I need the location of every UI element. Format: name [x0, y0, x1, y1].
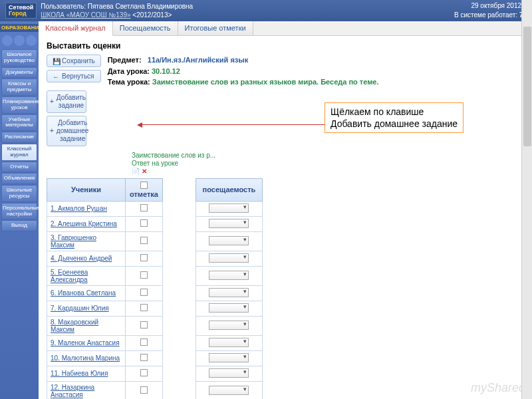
student-link[interactable]: 12. Назаркина Анастасия: [51, 384, 94, 398]
sidebar: ОБРАЗОВАНИ Школьное руководство Документ…: [0, 21, 39, 399]
school-year: <2012/2013>: [132, 11, 172, 19]
mark-checkbox[interactable]: [140, 254, 148, 261]
attendance-select[interactable]: [209, 303, 249, 313]
student-link[interactable]: 2. Алешина Кристина: [51, 220, 117, 227]
attendance-select[interactable]: [209, 203, 249, 213]
add-homework-button[interactable]: + Добавить домашнее задание: [47, 116, 86, 146]
mark-checkbox[interactable]: [140, 204, 148, 211]
table-row: 2. Алешина Кристина: [47, 216, 263, 231]
student-link[interactable]: 9. Маленок Анастасия: [51, 339, 120, 346]
sidebar-item-reports[interactable]: Отчеты: [1, 162, 37, 173]
watermark: myShared: [471, 381, 525, 395]
table-row: 4. Дьяченко Андрей: [47, 251, 263, 266]
plus-icon: +: [50, 127, 54, 135]
sidebar-logo: ОБРАЗОВАНИ: [0, 24, 39, 32]
save-icon: 💾: [53, 58, 59, 65]
students-grid: Ученики отметка посещаемость 1. Акмалов …: [47, 178, 263, 400]
mark-checkbox[interactable]: [140, 338, 148, 346]
school-link[interactable]: ШКОЛА «МАОУ СОШ №139»: [41, 11, 130, 19]
table-row: 11. Набиева Юлия: [47, 366, 263, 381]
student-link[interactable]: 10. Малютина Марина: [51, 354, 120, 362]
sidebar-item-leadership[interactable]: Школьное руководство: [1, 49, 37, 66]
mark-checkbox[interactable]: [140, 304, 148, 311]
sidebar-item-exit[interactable]: Выход: [1, 220, 37, 231]
back-icon: ←: [53, 73, 59, 80]
student-link[interactable]: 3. Гаврюшенко Максим: [51, 234, 96, 249]
attendance-select[interactable]: [209, 353, 249, 362]
attendance-select[interactable]: [209, 253, 249, 263]
delete-assignment-button[interactable]: ✕: [142, 168, 147, 175]
table-row: 5. Еренеева Александра: [47, 266, 263, 285]
tab-bar: Классный журнал Посещаемость Итоговые от…: [39, 21, 532, 36]
user-icon[interactable]: [14, 35, 25, 46]
add-task-button[interactable]: + Добавить задание: [47, 90, 86, 113]
mark-checkbox[interactable]: [140, 219, 148, 227]
user-name: Пятаева Светлана Владимировна: [88, 3, 193, 10]
subject-value: 11а/Ин.яз./Английский язык: [148, 56, 248, 64]
scrollbar-thumb[interactable]: [523, 27, 531, 146]
mark-checkbox[interactable]: [140, 289, 148, 296]
lesson-date: 30.10.12: [152, 67, 180, 75]
table-row: 10. Малютина Марина: [47, 350, 263, 366]
table-row: 7. Кардашин Юлия: [47, 301, 263, 316]
sidebar-item-settings[interactable]: Персональные настройки: [1, 203, 37, 220]
mail-icon[interactable]: [2, 35, 13, 46]
student-link[interactable]: 6. Иванова Светлана: [51, 289, 116, 297]
lesson-info: Предмет: 11а/Ин.яз./Английский язык Дата…: [108, 55, 379, 88]
attendance-select[interactable]: [209, 338, 249, 347]
table-row: 8. Макаровский Максим: [47, 316, 263, 335]
mark-checkbox[interactable]: [140, 271, 148, 279]
student-link[interactable]: 4. Дьяченко Андрей: [51, 255, 112, 262]
student-link[interactable]: 8. Макаровский Максим: [51, 319, 98, 333]
sidebar-item-materials[interactable]: Учебные материалы: [1, 114, 37, 132]
student-link[interactable]: 7. Кардашин Юлия: [51, 305, 109, 312]
sidebar-item-classes[interactable]: Классы и предметы: [1, 78, 37, 96]
back-button[interactable]: ←Вернуться: [47, 70, 101, 82]
mark-checkbox[interactable]: [140, 369, 148, 376]
vertical-scrollbar[interactable]: [521, 0, 532, 399]
current-date: 29 октября 2012 г.: [454, 1, 527, 11]
lesson-topic: Заимствование слов из разных языков мира…: [152, 78, 379, 86]
user-label: Пользователь:: [41, 3, 86, 10]
attendance-select[interactable]: [209, 288, 249, 297]
edit-icon[interactable]: 📄: [132, 168, 140, 175]
sidebar-item-resources[interactable]: Школьные ресурсы: [1, 185, 37, 202]
student-link[interactable]: 5. Еренеева Александра: [51, 269, 88, 283]
table-row: 1. Акмалов Рушан: [47, 201, 263, 216]
tab-attendance[interactable]: Посещаемость: [113, 21, 178, 35]
attendance-select[interactable]: [209, 368, 249, 378]
tab-final-marks[interactable]: Итоговые отметки: [178, 21, 253, 35]
attendance-select[interactable]: [209, 321, 249, 330]
student-link[interactable]: 1. Акмалов Рушан: [51, 205, 107, 212]
table-row: 12. Назаркина Анастасия: [47, 381, 263, 399]
col-attendance: посещаемость: [196, 178, 262, 201]
online-label: В системе работает:: [454, 11, 517, 19]
app-logo: Сетевой Город: [5, 3, 37, 19]
callout-arrow: [138, 124, 325, 125]
attendance-select[interactable]: [209, 236, 249, 245]
help-icon[interactable]: [26, 35, 37, 46]
table-row: 3. Гаврюшенко Максим: [47, 231, 263, 251]
sidebar-item-announcements[interactable]: Объявления: [1, 173, 37, 184]
save-button[interactable]: 💾Сохранить: [47, 55, 101, 67]
assignment-header: Заимствование слов из р... Ответ на урок…: [132, 152, 524, 176]
attendance-select[interactable]: [209, 386, 249, 395]
student-link[interactable]: 11. Набиева Юлия: [51, 370, 108, 377]
mark-checkbox[interactable]: [140, 354, 148, 361]
instruction-callout: Щёлкаем по клавише Добавить домашнее зад…: [325, 102, 464, 133]
sidebar-item-schedule[interactable]: Расписание: [1, 132, 37, 143]
attendance-select[interactable]: [209, 271, 249, 280]
top-header: Сетевой Город Пользователь: Пятаева Свет…: [0, 0, 532, 21]
col-mark: отметка: [126, 178, 163, 201]
select-all-checkbox[interactable]: [140, 182, 148, 189]
mark-checkbox[interactable]: [140, 237, 148, 244]
sidebar-item-planning[interactable]: Планирование уроков: [1, 96, 37, 114]
sidebar-quick-icons: [2, 33, 37, 49]
sidebar-item-documents[interactable]: Документы: [1, 67, 37, 78]
mark-checkbox[interactable]: [140, 321, 148, 329]
attendance-select[interactable]: [209, 219, 249, 228]
page-title: Выставить оценки: [47, 41, 524, 51]
sidebar-item-journal[interactable]: Классный журнал: [1, 144, 37, 161]
mark-checkbox[interactable]: [140, 386, 148, 394]
tab-journal[interactable]: Классный журнал: [39, 21, 113, 36]
